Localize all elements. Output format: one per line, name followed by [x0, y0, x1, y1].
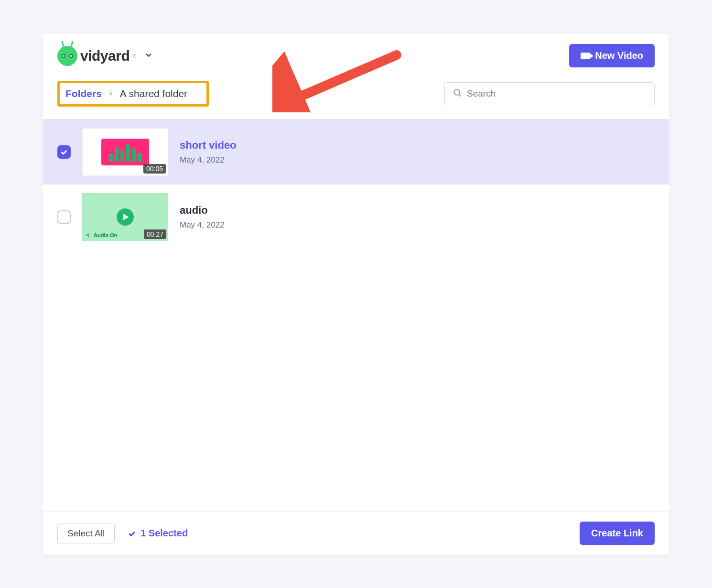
search-icon [453, 88, 462, 99]
video-duration: 00:05 [143, 164, 166, 174]
footer-left: Select All 1 Selected [57, 523, 188, 544]
chevron-down-icon[interactable] [144, 50, 153, 62]
logo[interactable]: vidyard ® [57, 46, 136, 66]
search-input[interactable] [467, 88, 647, 99]
header: vidyard ® New Video [43, 33, 669, 71]
video-title[interactable]: short video [180, 139, 237, 152]
svg-point-1 [454, 89, 460, 95]
video-title[interactable]: audio [180, 204, 225, 217]
breadcrumb: Folders A shared folder [57, 81, 209, 107]
selected-count: 1 Selected [127, 528, 188, 539]
subheader: Folders A shared folder [43, 71, 669, 120]
registered-icon: ® [132, 53, 136, 59]
app-window: vidyard ® New Video Folders A shared fol… [43, 33, 669, 555]
video-thumbnail[interactable]: Audio On 00:27 [82, 193, 168, 241]
list-item[interactable]: Audio On 00:27 audio May 4, 2022 [43, 185, 669, 250]
search-field[interactable] [444, 82, 655, 105]
video-duration: 00:27 [144, 229, 166, 239]
brand: vidyard ® [57, 46, 153, 66]
select-all-button[interactable]: Select All [57, 523, 115, 544]
video-date: May 4, 2022 [180, 155, 237, 165]
video-date: May 4, 2022 [180, 220, 225, 230]
new-video-label: New Video [595, 50, 643, 61]
row-info: audio May 4, 2022 [180, 204, 225, 230]
breadcrumb-current: A shared folder [120, 88, 187, 99]
row-checkbox[interactable] [57, 145, 71, 159]
breadcrumb-root-link[interactable]: Folders [65, 88, 102, 99]
new-video-button[interactable]: New Video [569, 44, 655, 67]
play-icon [117, 208, 134, 226]
check-icon [127, 529, 137, 538]
list-item[interactable]: 00:05 short video May 4, 2022 [43, 120, 669, 185]
create-link-button[interactable]: Create Link [580, 522, 655, 545]
selected-count-label: 1 Selected [140, 528, 188, 539]
row-info: short video May 4, 2022 [180, 139, 237, 165]
brand-name: vidyard [80, 48, 129, 64]
row-checkbox[interactable] [57, 210, 71, 224]
audio-only-label: Audio On [86, 232, 118, 238]
camera-icon [581, 53, 590, 59]
svg-line-2 [459, 95, 461, 97]
video-thumbnail[interactable]: 00:05 [82, 128, 168, 176]
video-list: 00:05 short video May 4, 2022 Audio On 0… [43, 120, 669, 512]
footer: Select All 1 Selected Create Link [43, 512, 669, 555]
logo-mark-icon [57, 46, 77, 66]
chevron-right-icon [108, 88, 114, 99]
